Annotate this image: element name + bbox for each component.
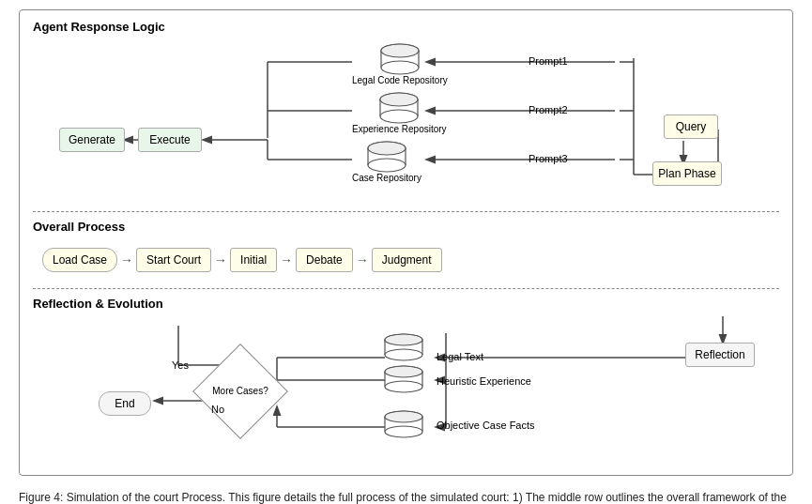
db-experience-label: Experience Repository — [352, 124, 447, 134]
prompt3-label: Prompt3 — [529, 153, 568, 164]
diagram-container: Agent Response Logic — [19, 9, 793, 476]
db-heuristic-label: Heuristic Experience — [437, 375, 531, 387]
db-legal-code: Legal Code Repository — [352, 43, 448, 85]
db-legal-text-label: Legal Text — [437, 351, 483, 362]
caption: Figure 4: Simulation of the court Proces… — [19, 489, 793, 504]
svg-point-58 — [385, 349, 422, 360]
query-box: Query — [664, 115, 718, 139]
divider2 — [33, 288, 779, 289]
db-heuristic — [380, 365, 427, 395]
section1-label: Agent Response Logic — [33, 20, 779, 34]
svg-point-64 — [385, 381, 422, 392]
svg-point-38 — [368, 142, 406, 155]
step-debate: Debate — [296, 248, 353, 272]
step-initial: Initial — [230, 248, 277, 272]
step-load-case: Load Case — [42, 248, 117, 272]
arrow1: → — [120, 252, 133, 267]
arrow4: → — [356, 252, 369, 267]
db-legal-text — [380, 333, 427, 363]
step-judgment: Judgment — [372, 248, 442, 272]
section2-label: Overall Process — [33, 220, 779, 234]
db-case-label: Case Repository — [352, 173, 421, 183]
prompt2-label: Prompt2 — [529, 104, 568, 115]
svg-point-59 — [385, 334, 422, 345]
section1: Legal Code Repository Experience Reposit… — [33, 39, 779, 204]
svg-point-26 — [381, 44, 419, 57]
end-box: End — [99, 391, 151, 416]
arrow2: → — [214, 252, 227, 267]
section2: Load Case → Start Court → Initial → Deba… — [33, 239, 779, 281]
db-objective-label: Objective Case Facts — [437, 420, 535, 431]
prompt1-label: Prompt1 — [529, 55, 568, 67]
yes-label: Yes — [172, 359, 189, 371]
svg-point-37 — [368, 159, 406, 172]
reflection-box: Reflection — [685, 343, 755, 367]
execute-box: Execute — [138, 128, 202, 152]
db-case: Case Repository — [352, 141, 421, 183]
divider1 — [33, 211, 779, 212]
arrow3: → — [280, 252, 293, 267]
plan-phase-box: Plan Phase — [652, 161, 722, 186]
svg-point-32 — [380, 93, 418, 106]
section3: Legal Text Heuristic Experience — [33, 316, 779, 462]
step-start-court: Start Court — [136, 248, 211, 272]
svg-point-25 — [381, 61, 419, 74]
more-cases-diamond: More Cases? — [207, 358, 274, 425]
svg-point-65 — [385, 366, 422, 377]
svg-point-31 — [380, 110, 418, 123]
generate-box: Generate — [59, 128, 125, 152]
svg-point-70 — [385, 426, 422, 437]
section3-label: Reflection & Evolution — [33, 297, 779, 311]
db-experience: Experience Repository — [352, 92, 447, 134]
svg-point-71 — [385, 411, 422, 422]
db-legal-code-label: Legal Code Repository — [352, 75, 448, 85]
db-objective — [380, 410, 427, 440]
